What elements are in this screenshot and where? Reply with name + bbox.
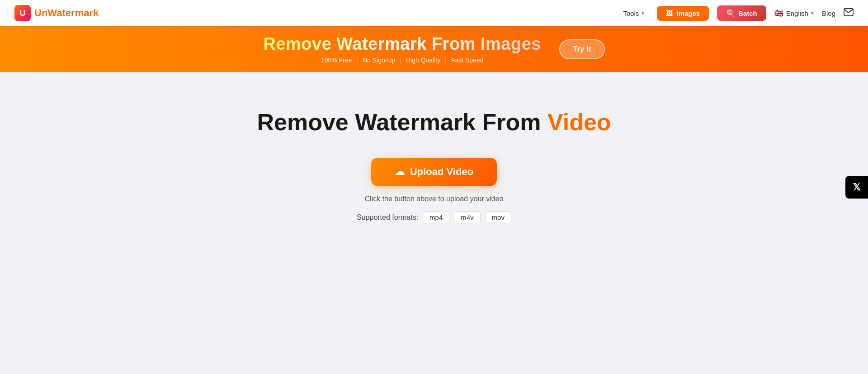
try-it-label: Try it: [573, 45, 591, 53]
format-mp4: mp4: [423, 211, 449, 223]
formats-label: Supported formats:: [357, 213, 418, 222]
mail-button[interactable]: [844, 8, 854, 18]
twitter-x-icon: 𝕏: [853, 181, 861, 193]
batch-icon: 🍭: [726, 9, 735, 17]
sep3: |: [445, 57, 447, 64]
page-title-prefix: Remove Watermark From: [257, 109, 547, 135]
images-label: Images: [676, 9, 700, 17]
images-button[interactable]: 🖼 Images: [657, 6, 709, 21]
banner-quality: High Quality: [406, 57, 440, 64]
blog-link[interactable]: Blog: [822, 9, 835, 17]
banner-speed: Fast Speed: [451, 57, 484, 64]
tools-label: Tools: [623, 9, 639, 17]
upload-hint-text: Click the button above to upload your vi…: [365, 195, 504, 203]
navbar: U UnWatermark Tools ▾ 🖼 Images 🍭 Batch 🇬…: [0, 0, 868, 26]
upload-video-button[interactable]: ☁ Upload Video: [371, 158, 497, 186]
upload-btn-label: Upload Video: [410, 166, 473, 178]
chevron-down-icon: ▾: [642, 10, 644, 16]
try-it-button[interactable]: Try it: [559, 39, 605, 59]
batch-button[interactable]: 🍭 Batch: [717, 5, 766, 21]
batch-label: Batch: [738, 9, 757, 17]
formats-row: Supported formats: mp4 m4v mov: [357, 211, 511, 223]
logo-prefix: Un: [34, 7, 47, 19]
blog-label: Blog: [822, 9, 835, 17]
page-title: Remove Watermark From Video: [257, 108, 611, 136]
banner-title: Remove Watermark From Images: [263, 34, 541, 54]
logo-suffix: Watermark: [47, 7, 99, 19]
page-title-highlight: Video: [547, 109, 611, 135]
language-label: English: [786, 9, 808, 17]
logo-icon: U: [14, 5, 31, 21]
image-icon: 🖼: [666, 9, 673, 17]
tools-menu[interactable]: Tools ▾: [618, 7, 649, 20]
banner-subtitle: 100% Free | No Sign-Up | High Quality | …: [321, 57, 484, 64]
logo-text: UnWatermark: [34, 7, 99, 19]
promo-banner: Remove Watermark From Images 100% Free |…: [0, 26, 868, 72]
navbar-right: Tools ▾ 🖼 Images 🍭 Batch 🇬🇧 English ▾ Bl…: [618, 5, 854, 21]
main-content: Remove Watermark From Video ☁ Upload Vid…: [0, 72, 868, 374]
logo-area: U UnWatermark: [14, 5, 99, 21]
logo-icon-text: U: [20, 9, 26, 18]
banner-free: 100% Free: [321, 57, 352, 64]
language-selector[interactable]: 🇬🇧 English ▾: [774, 9, 814, 18]
sep2: |: [400, 57, 401, 64]
format-m4v: m4v: [454, 211, 480, 223]
banner-nosignup: No Sign-Up: [363, 57, 395, 64]
upload-cloud-icon: ☁: [395, 166, 405, 178]
twitter-x-button[interactable]: 𝕏: [845, 176, 868, 199]
sep1: |: [356, 57, 358, 64]
lang-chevron-icon: ▾: [811, 10, 814, 16]
mail-icon: [844, 8, 854, 16]
format-mov: mov: [485, 211, 511, 223]
banner-content: Remove Watermark From Images 100% Free |…: [263, 34, 541, 64]
flag-icon: 🇬🇧: [774, 9, 783, 18]
